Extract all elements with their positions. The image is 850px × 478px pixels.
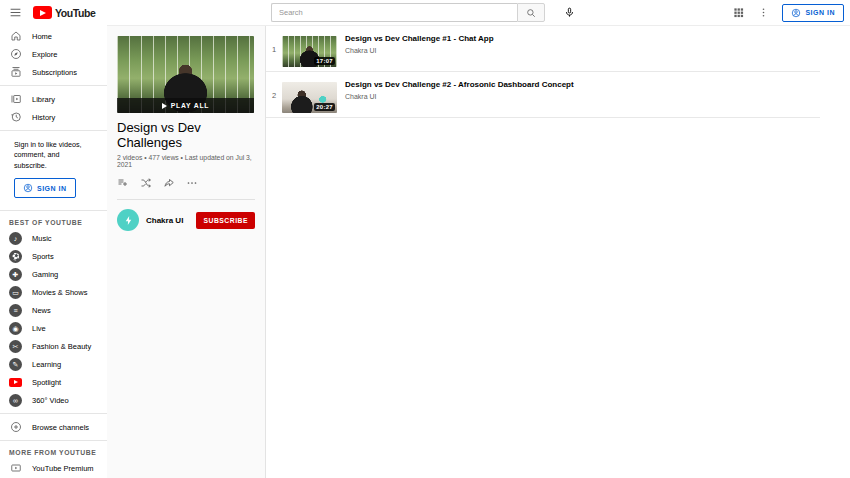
search-button[interactable] — [517, 3, 545, 22]
subscribe-button[interactable]: SUBSCRIBE — [196, 212, 255, 229]
video-thumbnail[interactable]: 20:27 — [282, 82, 337, 113]
play-all-bar[interactable]: PLAY ALL — [117, 98, 254, 113]
playlist-stats: 2 videos • 477 views • Last updated on J… — [117, 154, 255, 168]
360-video-icon: ∞ — [9, 394, 22, 407]
sidebar-item-gaming[interactable]: ✚ Gaming — [0, 265, 107, 283]
youtube-playlist-page: YouTube — [0, 0, 850, 478]
movies-icon: ▭ — [9, 286, 22, 299]
mic-icon — [564, 7, 575, 18]
video-thumbnail[interactable]: 17:07 — [282, 36, 337, 67]
channel-row: Chakra UI SUBSCRIBE — [117, 200, 255, 240]
gaming-icon: ✚ — [9, 268, 22, 281]
sidebar-item-spotlight[interactable]: Spotlight — [0, 373, 107, 391]
sidebar-item-history[interactable]: History — [0, 108, 107, 126]
playlist-video-row[interactable]: 1 17:07 Design vs Dev Challenge #1 - Cha… — [266, 26, 820, 72]
video-index: 1 — [266, 34, 282, 65]
apps-grid-icon[interactable] — [732, 7, 744, 19]
sidebar-item-label: Library — [32, 95, 55, 104]
lightning-bolt-icon — [123, 215, 134, 226]
sidebar-item-fashion-beauty[interactable]: ✂ Fashion & Beauty — [0, 337, 107, 355]
sidebar-item-label: Movies & Shows — [32, 288, 87, 297]
sign-in-promo-text: Sign in to like videos, comment, and sub… — [14, 140, 93, 171]
more-from-youtube-header: MORE FROM YOUTUBE — [0, 445, 107, 459]
sidebar-item-label: Live — [32, 324, 46, 333]
sidebar-item-home[interactable]: Home — [0, 27, 107, 45]
sidebar-divider — [0, 130, 107, 131]
sidebar-item-movies-shows[interactable]: ▭ Movies & Shows — [0, 283, 107, 301]
video-title[interactable]: Design vs Dev Challenge #1 - Chat App — [345, 34, 494, 43]
playlist-title: Design vs Dev Challenges — [117, 120, 255, 150]
video-title[interactable]: Design vs Dev Challenge #2 - Afrosonic D… — [345, 80, 574, 89]
channel-avatar[interactable] — [117, 209, 139, 231]
music-icon: ♪ — [9, 232, 22, 245]
sidebar-item-music[interactable]: ♪ Music — [0, 229, 107, 247]
shuffle-icon[interactable] — [140, 177, 152, 189]
library-icon — [9, 93, 22, 106]
subscriptions-icon — [9, 66, 22, 79]
sidebar-item-label: Explore — [32, 50, 57, 59]
sidebar-divider — [0, 440, 107, 441]
play-all-label: PLAY ALL — [171, 102, 210, 109]
youtube-logo[interactable]: YouTube — [33, 6, 96, 19]
learning-icon: ✎ — [9, 358, 22, 371]
sidebar-item-sports[interactable]: ⚽ Sports — [0, 247, 107, 265]
sidebar-item-360-video[interactable]: ∞ 360° Video — [0, 391, 107, 409]
sidebar-item-label: History — [32, 113, 55, 122]
sidebar-item-live[interactable]: ◉ Live — [0, 319, 107, 337]
sidebar-item-explore[interactable]: Explore — [0, 45, 107, 63]
video-channel[interactable]: Chakra UI — [345, 93, 574, 100]
more-horizontal-icon[interactable] — [186, 177, 198, 189]
plus-circle-icon — [9, 421, 22, 434]
sidebar-item-subscriptions[interactable]: Subscriptions — [0, 63, 107, 81]
sports-icon: ⚽ — [9, 250, 22, 263]
sidebar-divider — [0, 85, 107, 86]
spotlight-icon — [9, 378, 22, 387]
history-icon — [9, 111, 22, 124]
video-channel[interactable]: Chakra UI — [345, 47, 494, 54]
sign-in-label: SIGN IN — [805, 9, 835, 16]
sidebar-item-label: Gaming — [32, 270, 58, 279]
playlist-video-row[interactable]: 2 20:27 Design vs Dev Challenge #2 - Afr… — [266, 72, 820, 118]
sign-in-promo: Sign in to like videos, comment, and sub… — [0, 135, 107, 206]
fashion-icon: ✂ — [9, 340, 22, 353]
playlist-thumbnail[interactable]: PLAY ALL — [117, 36, 254, 113]
sidebar-item-learning[interactable]: ✎ Learning — [0, 355, 107, 373]
header-sign-in-button[interactable]: SIGN IN — [782, 4, 844, 22]
news-icon: ≡ — [9, 304, 22, 317]
mic-button[interactable] — [559, 3, 579, 22]
sidebar-item-label: Subscriptions — [32, 68, 77, 77]
promo-line-2: comment, and subscribe. — [14, 150, 60, 169]
playlist-video-list: 1 17:07 Design vs Dev Challenge #1 - Cha… — [266, 26, 850, 478]
sidebar-item-library[interactable]: Library — [0, 90, 107, 108]
video-index: 2 — [266, 80, 282, 111]
sign-in-label: SIGN IN — [37, 185, 67, 192]
sidebar-item-label: Music — [32, 234, 52, 243]
sidebar-item-news[interactable]: ≡ News — [0, 301, 107, 319]
main-content: PLAY ALL Design vs Dev Challenges 2 vide… — [107, 25, 850, 478]
person-icon — [23, 183, 33, 193]
duration-badge: 17:07 — [314, 57, 335, 65]
sidebar-item-browse-channels[interactable]: Browse channels — [0, 418, 107, 436]
sidebar-item-label: News — [32, 306, 51, 315]
channel-name[interactable]: Chakra UI — [146, 216, 183, 225]
play-icon — [162, 103, 167, 109]
header-actions: SIGN IN — [732, 0, 844, 25]
youtube-wordmark: YouTube — [55, 7, 96, 19]
sidebar-item-label: Spotlight — [32, 378, 61, 387]
masthead: YouTube — [0, 0, 850, 25]
more-vertical-icon[interactable] — [757, 7, 769, 19]
sidebar-item-youtube-premium[interactable]: YouTube Premium — [0, 459, 107, 477]
playlist-panel: PLAY ALL Design vs Dev Challenges 2 vide… — [107, 26, 266, 478]
search-bar — [271, 3, 545, 22]
save-playlist-icon[interactable] — [117, 177, 129, 189]
sidebar-item-label: 360° Video — [32, 396, 69, 405]
search-icon — [526, 8, 536, 18]
best-of-youtube-header: BEST OF YOUTUBE — [0, 215, 107, 229]
sidebar-divider — [0, 210, 107, 211]
search-input[interactable] — [271, 3, 517, 22]
hamburger-menu-icon[interactable] — [9, 6, 22, 19]
share-icon[interactable] — [163, 177, 175, 189]
playlist-actions — [117, 177, 255, 189]
sidebar-item-label: Home — [32, 32, 52, 41]
sidebar-sign-in-button[interactable]: SIGN IN — [14, 178, 76, 198]
